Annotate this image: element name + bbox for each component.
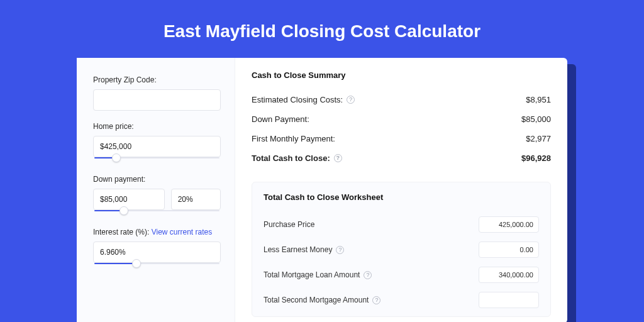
summary-value: $96,928 <box>521 153 551 163</box>
help-icon[interactable]: ? <box>372 296 380 304</box>
worksheet-label: Total Second Mortgage Amount? <box>264 296 380 304</box>
interest-input[interactable] <box>93 242 221 263</box>
zip-input[interactable] <box>93 89 221 111</box>
worksheet-label: Purchase Price <box>264 220 314 229</box>
help-icon[interactable]: ? <box>347 96 355 104</box>
interest-group: Interest rate (%): View current rates <box>93 228 221 269</box>
down-payment-input[interactable] <box>93 189 165 210</box>
results-panel: Cash to Close Summary Estimated Closing … <box>235 58 567 322</box>
zip-group: Property Zip Code: <box>93 75 221 111</box>
down-payment-label: Down payment: <box>93 175 221 184</box>
summary-label: Estimated Closing Costs:? <box>252 95 355 104</box>
worksheet-value-input[interactable] <box>479 242 539 258</box>
home-price-label: Home price: <box>93 122 221 131</box>
summary-row: Total Cash to Close:?$96,928 <box>252 148 551 168</box>
summary-row: First Monthly Payment:$2,977 <box>252 129 551 148</box>
worksheet-row: Less Earnest Money? <box>264 237 539 262</box>
summary-label: Down Payment: <box>252 114 309 124</box>
summary-title: Cash to Close Summary <box>252 70 551 80</box>
summary-value: $8,951 <box>526 95 551 104</box>
worksheet-value-input[interactable] <box>479 292 539 308</box>
home-price-input[interactable] <box>93 136 221 157</box>
page-title: East Mayfield Closing Cost Calculator <box>164 21 480 42</box>
interest-label: Interest rate (%): View current rates <box>93 228 221 236</box>
zip-label: Property Zip Code: <box>93 75 221 84</box>
home-price-slider[interactable] <box>93 155 221 164</box>
worksheet-row: Total Mortgage Loan Amount? <box>264 262 539 287</box>
summary-label: Total Cash to Close:? <box>252 153 342 163</box>
inputs-panel: Property Zip Code: Home price: Down paym… <box>77 58 235 322</box>
summary-rows: Estimated Closing Costs:?$8,951Down Paym… <box>252 90 551 168</box>
view-rates-link[interactable]: View current rates <box>152 228 213 236</box>
summary-label: First Monthly Payment: <box>252 134 335 143</box>
interest-slider[interactable] <box>93 260 221 269</box>
summary-row: Down Payment:$85,000 <box>252 109 551 129</box>
slider-thumb[interactable] <box>132 259 141 268</box>
summary-row: Estimated Closing Costs:?$8,951 <box>252 90 551 109</box>
worksheet-title: Total Cash to Close Worksheet <box>264 192 539 202</box>
worksheet-row: Purchase Price <box>264 212 539 237</box>
worksheet-label: Less Earnest Money? <box>264 245 344 254</box>
slider-thumb[interactable] <box>112 153 121 162</box>
worksheet-value-input[interactable] <box>479 216 539 233</box>
worksheet-value-input[interactable] <box>479 267 539 283</box>
summary-value: $2,977 <box>526 134 551 143</box>
help-icon[interactable]: ? <box>336 246 344 254</box>
calculator-card-wrap: Property Zip Code: Home price: Down paym… <box>77 58 567 322</box>
worksheet-label: Total Mortgage Loan Amount? <box>264 270 372 279</box>
down-payment-group: Down payment: <box>93 175 221 216</box>
summary-value: $85,000 <box>521 114 551 124</box>
help-icon[interactable]: ? <box>364 271 372 279</box>
worksheet-card: Total Cash to Close Worksheet Purchase P… <box>252 182 551 317</box>
worksheet-row: Total Second Mortgage Amount? <box>264 287 539 313</box>
worksheet-rows: Purchase PriceLess Earnest Money?Total M… <box>264 212 539 313</box>
down-payment-pct-input[interactable] <box>171 189 221 210</box>
home-price-group: Home price: <box>93 122 221 164</box>
slider-thumb[interactable] <box>119 206 128 215</box>
help-icon[interactable]: ? <box>334 154 342 162</box>
down-payment-slider[interactable] <box>93 208 221 216</box>
calculator-card: Property Zip Code: Home price: Down paym… <box>77 58 567 322</box>
